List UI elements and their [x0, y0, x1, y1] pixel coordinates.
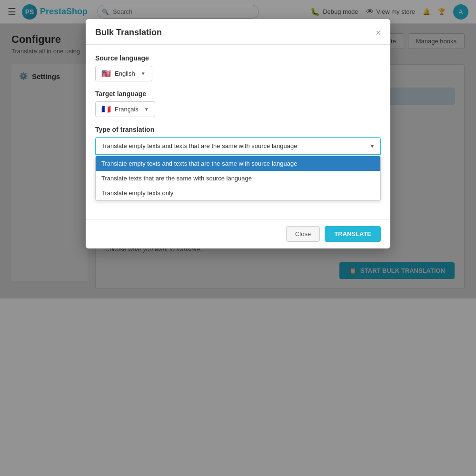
translation-type-selected-value: Translate empty texts and texts that are…	[101, 142, 297, 149]
translate-button[interactable]: TRANSLATE	[325, 226, 381, 242]
modal-footer: Close TRANSLATE	[86, 219, 390, 248]
translation-type-group: Type of translation Translate empty text…	[95, 126, 381, 201]
bulk-translation-modal: Bulk Translation × Source language 🇺🇸 En…	[86, 19, 390, 248]
dropdown-option-1[interactable]: Translate texts that are the same with s…	[96, 171, 380, 186]
target-language-caret-icon: ▼	[144, 107, 149, 112]
source-language-label: Source language	[95, 54, 381, 62]
source-language-dropdown[interactable]: 🇺🇸 English ▼	[95, 66, 152, 81]
source-language-value: English	[115, 70, 135, 77]
modal-title: Bulk Translation	[95, 28, 162, 38]
target-flag: 🇫🇷	[101, 105, 111, 114]
translation-type-label: Type of translation	[95, 126, 381, 133]
dropdown-option-0[interactable]: Translate empty texts and texts that are…	[96, 156, 380, 171]
source-flag: 🇺🇸	[101, 69, 111, 78]
translation-type-select-wrapper: Translate empty texts and texts that are…	[95, 137, 381, 155]
source-language-group: Source language 🇺🇸 English ▼	[95, 54, 381, 81]
modal-body: Source language 🇺🇸 English ▼ Target lang…	[86, 45, 390, 219]
translation-type-select[interactable]: Translate empty texts and texts that are…	[95, 137, 381, 155]
translation-type-dropdown: Translate empty texts and texts that are…	[95, 156, 381, 201]
modal-overlay: Bulk Translation × Source language 🇺🇸 En…	[0, 0, 476, 476]
close-modal-button[interactable]: Close	[286, 226, 320, 242]
dropdown-option-2[interactable]: Translate empty texts only	[96, 186, 380, 200]
target-language-dropdown[interactable]: 🇫🇷 Français ▼	[95, 101, 155, 117]
target-language-group: Target language 🇫🇷 Français ▼	[95, 90, 381, 117]
target-language-value: Français	[115, 106, 139, 113]
target-language-label: Target language	[95, 90, 381, 98]
modal-header: Bulk Translation ×	[86, 19, 390, 45]
source-language-caret-icon: ▼	[141, 71, 146, 76]
modal-close-button[interactable]: ×	[376, 29, 381, 37]
